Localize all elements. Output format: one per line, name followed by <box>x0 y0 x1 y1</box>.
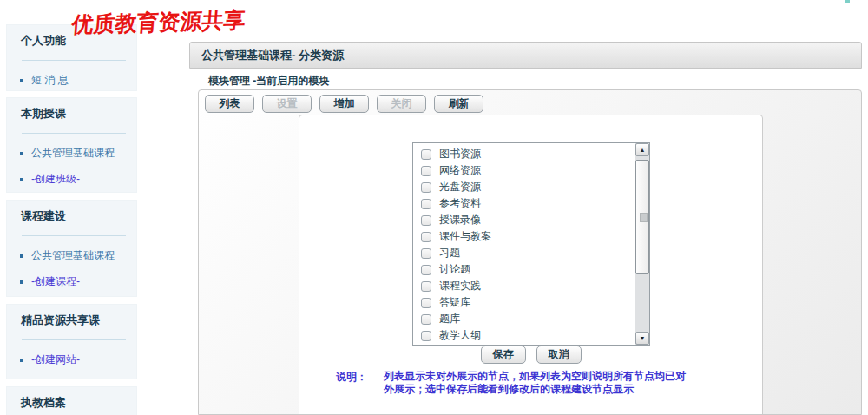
note-text: 列表显示未对外展示的节点，如果列表为空则说明所有节点均已对 外展示；选中保存后能… <box>384 370 696 396</box>
bullet-icon <box>20 254 23 258</box>
list-item[interactable]: 课件与教案 <box>413 228 635 245</box>
list-item[interactable]: 授课录像 <box>413 212 635 228</box>
item-label: 题库 <box>439 312 460 326</box>
item-label: 参考资料 <box>439 196 481 211</box>
bullet-icon <box>20 152 23 155</box>
settings-button: 设置 <box>262 95 312 113</box>
module-listbox: 图书资源 网络资源 光盘资源 参考资料 授课录像 课件与教案 习题 讨论题 课程… <box>412 142 650 346</box>
sidebar-item-create-website[interactable]: -创建网站- <box>20 352 136 367</box>
sidebar-link[interactable]: -创建班级- <box>31 172 80 187</box>
list-item[interactable]: 教学大纲 <box>413 327 635 344</box>
quality-resource-banner: 优质教育资源共享 <box>70 5 246 39</box>
sidebar-item-course[interactable]: 公共管理基础课程 <box>20 146 136 161</box>
item-checkbox[interactable] <box>421 199 431 209</box>
item-label: 网络资源 <box>439 163 481 178</box>
item-checkbox[interactable] <box>421 331 431 341</box>
list-item[interactable]: 讨论题 <box>413 261 635 278</box>
list-item[interactable]: 题库 <box>413 311 635 327</box>
bullet-icon <box>20 280 23 284</box>
sidebar-section-title: 精品资源共享课 <box>7 305 136 328</box>
list-item[interactable]: 参考资料 <box>413 195 635 212</box>
list-item[interactable]: 网络资源 <box>413 162 635 179</box>
thumb-grip-icon <box>640 213 648 222</box>
sidebar-section-course-building: 课程建设 公共管理基础课程 -创建课程- <box>6 200 137 297</box>
save-button[interactable]: 保存 <box>481 346 526 364</box>
item-label: 课程实践 <box>439 279 481 293</box>
dialog-actions: 保存 取消 <box>299 346 762 364</box>
item-checkbox[interactable] <box>421 281 431 292</box>
item-checkbox[interactable] <box>421 248 431 259</box>
item-label: 习题 <box>439 246 460 260</box>
item-checkbox[interactable] <box>421 265 431 275</box>
add-button[interactable]: 增加 <box>319 95 369 113</box>
divider <box>22 133 126 134</box>
module-dialog: 图书资源 网络资源 光盘资源 参考资料 授课录像 课件与教案 习题 讨论题 课程… <box>299 115 763 415</box>
sidebar-link[interactable]: 公共管理基础课程 <box>31 248 115 263</box>
refresh-button[interactable]: 刷新 <box>434 95 483 113</box>
module-manager-label: 模块管理 -当前启用的模块 <box>208 74 862 89</box>
screen-artifact <box>845 0 850 3</box>
divider <box>22 235 126 236</box>
list-item[interactable]: 答疑库 <box>413 294 635 311</box>
item-checkbox[interactable] <box>421 182 431 193</box>
item-checkbox[interactable] <box>421 232 431 242</box>
vertical-scrollbar[interactable]: ▲ ▼ <box>635 143 649 345</box>
sidebar-item-create-class[interactable]: -创建班级- <box>20 172 136 187</box>
sidebar-link[interactable]: 公共管理基础课程 <box>31 146 115 161</box>
scroll-down-icon[interactable]: ▼ <box>635 332 649 345</box>
item-label: 答疑库 <box>439 295 470 310</box>
sidebar-item-create-course[interactable]: -创建课程- <box>20 274 136 289</box>
sidebar-section-current-teaching: 本期授课 公共管理基础课程 -创建班级- <box>6 97 137 193</box>
bullet-icon <box>20 79 23 82</box>
panel-title-bar: 公共管理基础课程- 分类资源 <box>189 42 862 69</box>
sidebar-item-messages[interactable]: 短 消 息 <box>20 73 136 88</box>
list-item[interactable]: 图书资源 <box>413 146 635 162</box>
sidebar-link[interactable]: -创建课程- <box>31 274 80 289</box>
divider <box>22 60 126 61</box>
item-label: 光盘资源 <box>439 180 481 194</box>
divider <box>22 339 126 340</box>
sidebar-link[interactable]: 短 消 息 <box>31 73 69 88</box>
sidebar-section-title: 课程建设 <box>7 201 136 224</box>
item-checkbox[interactable] <box>421 166 431 176</box>
bullet-icon <box>20 178 23 181</box>
item-label: 授课录像 <box>439 213 481 227</box>
sidebar-section-teaching-archive: 执教档案 <box>6 386 137 415</box>
note-label: 说明： <box>336 370 367 385</box>
item-checkbox[interactable] <box>421 314 431 325</box>
sidebar-section-shared-resources: 精品资源共享课 -创建网站- <box>6 304 137 379</box>
cancel-button[interactable]: 取消 <box>536 346 582 364</box>
close-button: 关闭 <box>377 95 426 113</box>
sidebar-section-title: 执教档案 <box>7 387 136 411</box>
note-line-1: 列表显示未对外展示的节点，如果列表为空则说明所有节点均已对 <box>384 370 696 383</box>
item-checkbox[interactable] <box>421 215 431 226</box>
note-line-2: 外展示；选中保存后能看到修改后的课程建设节点显示 <box>384 383 696 396</box>
main-panel: 公共管理基础课程- 分类资源 模块管理 -当前启用的模块 列表 设置 增加 关闭… <box>189 42 862 415</box>
toolbar: 列表 设置 增加 关闭 刷新 <box>205 95 491 113</box>
sidebar-item-course[interactable]: 公共管理基础课程 <box>20 248 136 263</box>
item-checkbox[interactable] <box>421 149 431 160</box>
sidebar-link[interactable]: -创建网站- <box>31 352 80 367</box>
list-item[interactable]: 习题 <box>413 245 635 261</box>
bullet-icon <box>20 359 23 362</box>
scrollbar-thumb[interactable] <box>635 160 649 274</box>
list-item[interactable]: 光盘资源 <box>413 179 635 195</box>
module-list: 图书资源 网络资源 光盘资源 参考资料 授课录像 课件与教案 习题 讨论题 课程… <box>413 143 635 345</box>
item-label: 课件与教案 <box>439 229 491 244</box>
sidebar-section-title: 本期授课 <box>7 98 136 122</box>
item-checkbox[interactable] <box>421 298 431 308</box>
list-button[interactable]: 列表 <box>205 95 254 113</box>
scroll-up-icon[interactable]: ▲ <box>635 143 649 156</box>
page-title: 公共管理基础课程- 分类资源 <box>190 48 344 63</box>
item-label: 讨论题 <box>439 262 470 277</box>
module-manager-panel: 列表 设置 增加 关闭 刷新 图书资源 网络资源 光盘资源 参考资料 授课录像 … <box>198 89 862 415</box>
list-item[interactable]: 课程实践 <box>413 278 635 294</box>
item-label: 图书资源 <box>439 147 481 161</box>
item-label: 教学大纲 <box>439 328 481 343</box>
